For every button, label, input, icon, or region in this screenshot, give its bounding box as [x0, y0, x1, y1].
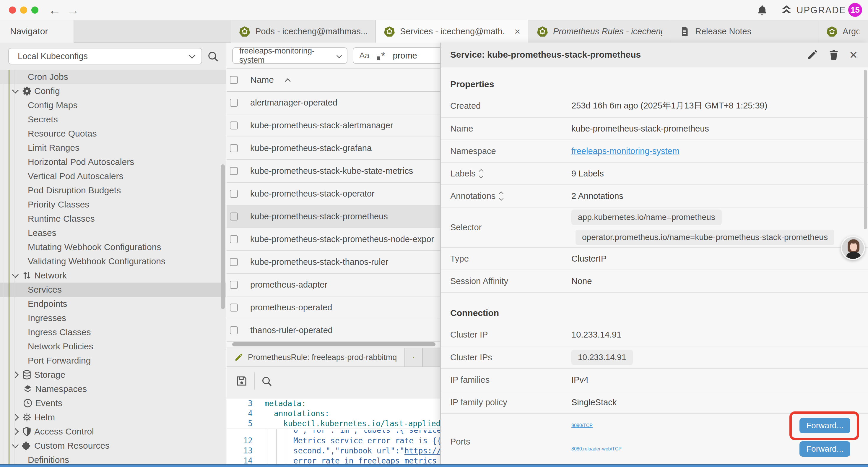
- row-checkbox[interactable]: [230, 303, 238, 312]
- forward-arrow-icon[interactable]: →: [67, 2, 79, 18]
- sidebar-item-horizontal-pod-autoscalers[interactable]: Horizontal Pod Autoscalers: [0, 155, 226, 169]
- sidebar-search-icon[interactable]: [207, 50, 219, 63]
- navigator-panel-tab[interactable]: Navigator: [0, 20, 74, 42]
- resource-search-input[interactable]: Aa * prome: [353, 47, 440, 64]
- table-row-kube-prometheus-stack-thanos-ruler[interactable]: kube-prometheus-stack-thanos-ruler: [226, 251, 440, 274]
- sidebar-item-custom-resources[interactable]: Custom Resources: [0, 439, 226, 453]
- tab-argo-se[interactable]: Argo Se: [818, 20, 868, 42]
- sidebar-item-config-maps[interactable]: Config Maps: [0, 98, 226, 112]
- yaml-editor[interactable]: 3metadata:4annotations:5kubectl.kubernet…: [226, 399, 440, 467]
- sidebar-item-secrets[interactable]: Secrets: [0, 112, 226, 126]
- table-row-alertmanager-operated[interactable]: alertmanager-operated: [226, 92, 440, 114]
- window-minimize-button[interactable]: [20, 6, 27, 13]
- editor-tab-prometheusrule[interactable]: PrometheusRule: freeleaps-prod-rabbitmq: [226, 348, 405, 367]
- table-horizontal-scrollbar[interactable]: [232, 342, 435, 346]
- chevron-right-icon[interactable]: [12, 372, 19, 378]
- window-close-button[interactable]: [9, 6, 16, 13]
- table-row-prometheus-adapter[interactable]: prometheus-adapter: [226, 274, 440, 296]
- save-icon[interactable]: [236, 375, 248, 387]
- row-checkbox[interactable]: [230, 235, 238, 243]
- namespace-link[interactable]: freeleaps-monitoring-system: [571, 146, 680, 156]
- sidebar-item-events[interactable]: Events: [0, 396, 226, 410]
- upgrade-label[interactable]: UPGRADE: [797, 5, 846, 16]
- table-row-kube-prometheus-stack-operator[interactable]: kube-prometheus-stack-operator: [226, 183, 440, 205]
- sidebar-item-endpoints[interactable]: Endpoints: [0, 297, 226, 311]
- chevron-down-icon[interactable]: [12, 442, 19, 448]
- row-checkbox[interactable]: [230, 167, 238, 175]
- table-row-kube-prometheus-stack-alertmanager[interactable]: kube-prometheus-stack-alertmanager: [226, 114, 440, 137]
- editor-tab-next[interactable]: [405, 348, 423, 367]
- select-all-checkbox[interactable]: [230, 76, 238, 84]
- chevron-down-icon[interactable]: [12, 271, 19, 278]
- sidebar-item-label: Ingress Classes: [28, 327, 91, 337]
- forward-button[interactable]: Forward...: [800, 441, 850, 457]
- regex-toggle-icon[interactable]: *: [377, 51, 385, 60]
- sidebar-item-runtime-classes[interactable]: Runtime Classes: [0, 212, 226, 226]
- port-link[interactable]: 8080:reloader-web/TCP: [571, 446, 622, 451]
- table-row-kube-prometheus-stack-grafana[interactable]: kube-prometheus-stack-grafana: [226, 137, 440, 160]
- row-checkbox[interactable]: [230, 212, 238, 221]
- sidebar-item-cron-jobs[interactable]: Cron Jobs: [0, 70, 226, 84]
- window-zoom-button[interactable]: [31, 6, 38, 13]
- case-sensitive-toggle[interactable]: Aa: [359, 51, 369, 60]
- expand-collapse-icon[interactable]: [479, 170, 483, 178]
- code-link[interactable]: https://net: [404, 446, 440, 455]
- sidebar-item-port-forwarding[interactable]: Port Forwarding: [0, 353, 226, 368]
- tab-pods-icecheng-mathmas[interactable]: Pods - icecheng@mathmas...: [231, 20, 376, 42]
- sidebar-item-validating-webhook-configurations[interactable]: Validating Webhook Configurations: [0, 254, 226, 268]
- row-checkbox[interactable]: [230, 326, 238, 334]
- sidebar-item-network-policies[interactable]: Network Policies: [0, 339, 226, 353]
- tab-release-notes[interactable]: Release Notes: [671, 20, 818, 42]
- table-row-kube-prometheus-stack-prometheus-node-expor[interactable]: kube-prometheus-stack-prometheus-node-ex…: [226, 228, 440, 251]
- sidebar-item-helm[interactable]: Helm: [0, 410, 226, 425]
- chevron-right-icon[interactable]: [12, 414, 19, 421]
- sidebar-item-config[interactable]: Config: [0, 84, 226, 98]
- tab-close-icon[interactable]: ×: [514, 27, 520, 36]
- back-arrow-icon[interactable]: ←: [49, 2, 61, 18]
- user-avatar[interactable]: [841, 236, 865, 260]
- upgrade-icon[interactable]: [780, 4, 793, 16]
- row-checkbox[interactable]: [230, 281, 238, 289]
- sidebar-item-leases[interactable]: Leases: [0, 226, 226, 240]
- namespace-filter-select[interactable]: freeleaps-monitoring-system: [232, 47, 347, 64]
- sidebar-item-ingress-classes[interactable]: Ingress Classes: [0, 325, 226, 339]
- sidebar-scrollbar[interactable]: [221, 164, 225, 309]
- table-row-kube-prometheus-stack-prometheus[interactable]: kube-prometheus-stack-prometheus: [226, 205, 440, 228]
- sidebar-item-resource-quotas[interactable]: Resource Quotas: [0, 126, 226, 141]
- row-checkbox[interactable]: [230, 121, 238, 129]
- drawer-scrollbar[interactable]: [864, 70, 867, 229]
- sidebar-item-priority-classes[interactable]: Priority Classes: [0, 198, 226, 212]
- editor-search-icon[interactable]: [261, 375, 273, 387]
- port-link[interactable]: 9090/TCP: [571, 423, 593, 428]
- sidebar-item-limit-ranges[interactable]: Limit Ranges: [0, 141, 226, 155]
- table-row-kube-prometheus-stack-kube-state-metrics[interactable]: kube-prometheus-stack-kube-state-metrics: [226, 160, 440, 183]
- bell-icon[interactable]: [756, 4, 768, 16]
- table-row-prometheus-operated[interactable]: prometheus-operated: [226, 296, 440, 319]
- chevron-right-icon[interactable]: [12, 428, 19, 435]
- row-checkbox[interactable]: [230, 190, 238, 198]
- tab-prometheus-rules-icecheng[interactable]: Prometheus Rules - icecheng...: [529, 20, 671, 42]
- tab-services-icecheng-math[interactable]: Services - icecheng@math...×: [376, 20, 529, 42]
- sidebar-item-vertical-pod-autoscalers[interactable]: Vertical Pod Autoscalers: [0, 169, 226, 183]
- kubeconfig-selector[interactable]: Local Kubeconfigs: [8, 48, 202, 64]
- sidebar-item-ingresses[interactable]: Ingresses: [0, 311, 226, 325]
- sidebar-item-services[interactable]: Services: [0, 283, 226, 297]
- table-row-thanos-ruler-operated[interactable]: thanos-ruler-operated: [226, 319, 440, 342]
- row-checkbox[interactable]: [230, 258, 238, 266]
- sidebar-item-namespaces[interactable]: Namespaces: [0, 382, 226, 396]
- row-checkbox[interactable]: [230, 99, 238, 107]
- close-icon[interactable]: ×: [849, 49, 857, 60]
- edit-icon[interactable]: [807, 49, 818, 60]
- chevron-down-icon[interactable]: [12, 87, 19, 94]
- row-checkbox[interactable]: [230, 144, 238, 152]
- sidebar-item-network[interactable]: Network: [0, 268, 226, 283]
- column-header-name[interactable]: Name: [250, 75, 274, 85]
- sidebar-item-label: Storage: [34, 370, 65, 380]
- delete-icon[interactable]: [828, 49, 839, 60]
- sidebar-item-mutating-webhook-configurations[interactable]: Mutating Webhook Configurations: [0, 240, 226, 254]
- sidebar-item-pod-disruption-budgets[interactable]: Pod Disruption Budgets: [0, 183, 226, 198]
- sidebar-item-storage[interactable]: Storage: [0, 368, 226, 382]
- notification-count-badge[interactable]: 15: [848, 3, 862, 17]
- expand-collapse-icon[interactable]: [500, 192, 503, 200]
- sidebar-item-access-control[interactable]: Access Control: [0, 425, 226, 439]
